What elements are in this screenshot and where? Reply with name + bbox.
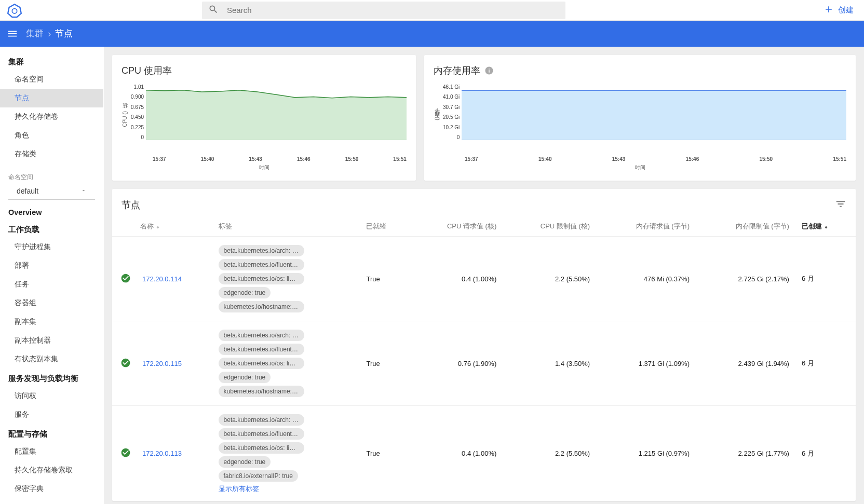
cpu-lim-cell: 1.4 (3.50%) [503,321,596,406]
sidebar-item[interactable]: 服务 [0,405,103,424]
svg-point-1 [12,8,17,13]
memory-chart-card: 内存使用率 内存 (字节) 46.1 Gi41.0 Gi30.7 Gi20.5 … [424,55,856,181]
label-chip: edgenode: true [219,372,271,383]
show-all-labels-link[interactable]: 显示所有标签 [219,484,259,494]
sidebar-heading-discovery[interactable]: 服务发现与负载均衡 [0,369,103,387]
nodes-title: 节点 [122,199,835,211]
label-chip: beta.kubernetes.io/fluentd... [219,259,304,270]
sidebar-item[interactable]: 容器组 [0,294,103,312]
namespace-label: 命名空间 [0,164,103,183]
memory-x-axis-title: 时间 [434,164,846,171]
label-chip: beta.kubernetes.io/os: linux [219,358,304,369]
cpu-req-cell: 0.4 (1.00%) [409,406,503,501]
sidebar-item[interactable]: 持久化存储卷索取 [0,461,103,480]
sidebar-item[interactable]: 保密字典 [0,480,103,498]
created-cell: 6 月 [795,237,856,321]
search-box[interactable] [202,2,565,19]
col-mem-lim[interactable]: 内存限制值 (字节) [696,216,795,237]
sidebar: 集群 命名空间节点持久化存储卷角色存储类 命名空间 default Overvi… [0,47,104,504]
mem-req-cell: 1.371 Gi (1.09%) [596,321,696,406]
sort-icon [155,224,161,230]
cpu-lim-cell: 2.2 (5.50%) [503,406,596,501]
created-cell: 6 月 [795,321,856,406]
svg-marker-0 [8,4,21,17]
sidebar-item[interactable]: 部署 [0,256,103,275]
sidebar-item[interactable]: 访问权 [0,387,103,405]
breadcrumb: 集群 › 节点 [26,28,73,39]
filter-icon[interactable] [835,198,846,211]
kubernetes-logo-icon[interactable] [6,2,23,19]
sidebar-item[interactable]: 任务 [0,275,103,294]
plus-icon [824,4,834,16]
cpu-chart-plot [146,84,407,140]
sidebar-item[interactable]: 存储类 [0,145,103,164]
mem-req-cell: 1.215 Gi (0.97%) [596,406,696,501]
chevron-right-icon: › [48,28,51,39]
sidebar-item[interactable]: 角色 [0,126,103,145]
status-ok-icon [120,273,131,283]
cpu-lim-cell: 2.2 (5.50%) [503,237,596,321]
cpu-req-cell: 0.4 (1.00%) [409,237,503,321]
label-chip: beta.kubernetes.io/arch: a... [219,414,304,426]
menu-icon[interactable] [6,28,19,40]
col-labels[interactable]: 标签 [212,216,360,237]
status-ok-icon [120,447,131,458]
sidebar-heading-config[interactable]: 配置与存储 [0,424,103,442]
breadcrumb-current: 节点 [55,28,73,39]
col-ready[interactable]: 已就绪 [360,216,409,237]
col-cpu-req[interactable]: CPU 请求值 (核) [409,216,503,237]
col-created[interactable]: 已创建 [795,216,856,237]
table-row: 172.20.0.115beta.kubernetes.io/arch: a..… [112,321,856,406]
label-chip: kubernetes.io/hostname: 1... [219,386,304,397]
mem-req-cell: 476 Mi (0.37%) [596,237,696,321]
sidebar-item[interactable]: 有状态副本集 [0,350,103,369]
topbar: 创建 [0,0,864,21]
sidebar-item[interactable]: 节点 [0,89,103,107]
col-name[interactable]: 名称 [140,216,212,237]
memory-chart-plot [462,84,846,140]
mem-lim-cell: 2.225 Gi (1.77%) [696,406,795,501]
nodes-card: 节点 名称 标签 已就绪 CPU 请求值 (核) CPU 限制值 (核) 内存请… [112,189,856,501]
namespace-select[interactable]: default [8,183,95,200]
label-chip: beta.kubernetes.io/arch: a... [219,330,304,341]
label-chip: beta.kubernetes.io/os: linux [219,442,304,454]
node-link[interactable]: 172.20.0.114 [142,275,182,283]
status-ok-icon [120,358,131,368]
col-mem-req[interactable]: 内存请求值 (字节) [596,216,696,237]
create-button[interactable]: 创建 [819,1,858,19]
subheader: 集群 › 节点 [0,21,864,47]
node-link[interactable]: 172.20.0.115 [142,360,182,367]
ready-cell: True [360,237,409,321]
label-chip: edgenode: true [219,287,271,298]
sidebar-item[interactable]: 持久化存储卷 [0,107,103,126]
node-link[interactable]: 172.20.0.113 [142,449,182,457]
cpu-req-cell: 0.76 (1.90%) [409,321,503,406]
ready-cell: True [360,406,409,501]
ready-cell: True [360,321,409,406]
sidebar-heading-cluster[interactable]: 集群 [0,52,103,70]
sidebar-heading-workload[interactable]: 工作负载 [0,220,103,238]
col-cpu-lim[interactable]: CPU 限制值 (核) [503,216,596,237]
sidebar-item[interactable]: 副本控制器 [0,331,103,350]
sidebar-item[interactable]: 守护进程集 [0,238,103,256]
memory-chart-title: 内存使用率 [434,64,480,77]
mem-lim-cell: 2.725 Gi (2.17%) [696,237,795,321]
sidebar-heading-overview[interactable]: Overview [0,203,103,220]
search-icon [208,4,219,16]
cpu-x-axis-title: 时间 [122,164,407,171]
label-chip: fabric8.io/externalIP: true [219,470,298,482]
label-chip: beta.kubernetes.io/os: linux [219,273,304,284]
cpu-chart-title: CPU 使用率 [122,64,407,77]
memory-y-axis-title: 内存 (字节) [434,117,441,121]
created-cell: 6 月 [795,406,856,501]
label-chip: edgenode: true [219,456,271,468]
sidebar-item[interactable]: 副本集 [0,312,103,331]
sidebar-item[interactable]: 配置集 [0,442,103,461]
cpu-y-axis-title: CPU (核) [122,111,129,127]
search-input[interactable] [227,6,559,15]
dropdown-icon [80,187,87,195]
info-icon[interactable] [484,66,494,75]
sidebar-item[interactable]: 命名空间 [0,70,103,89]
breadcrumb-cluster[interactable]: 集群 [26,28,44,39]
create-button-label: 创建 [838,5,854,15]
